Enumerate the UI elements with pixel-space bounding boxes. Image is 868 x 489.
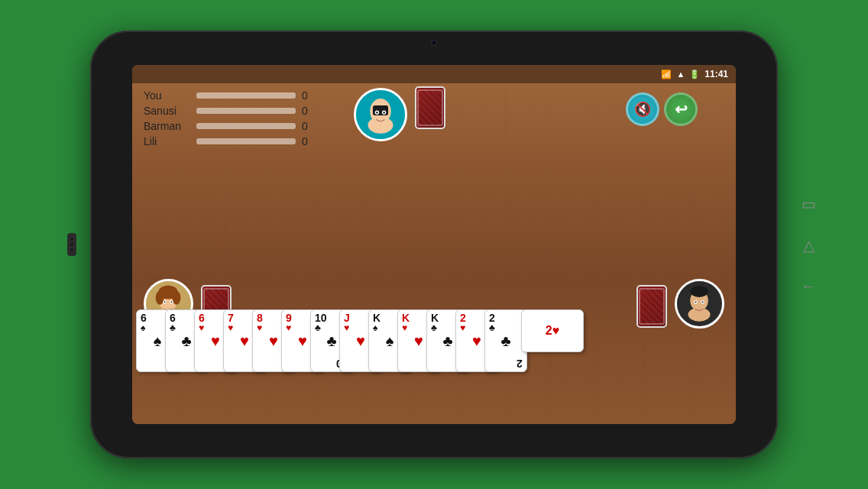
signal-icon: ▲ bbox=[676, 70, 685, 79]
status-bar: 📶 ▲ 🔋 11:41 bbox=[132, 65, 736, 83]
home-icon[interactable]: △ bbox=[803, 236, 815, 254]
score-row-sanusi: Sanusi 0 bbox=[144, 105, 308, 117]
player-name-barman: Barman bbox=[144, 120, 193, 132]
score-row-barman: Barman 0 bbox=[144, 120, 308, 132]
score-row-lili: Lili 0 bbox=[144, 135, 308, 147]
game-screen: 📶 ▲ 🔋 11:41 You 0 Sanusi 0 Barman 0 bbox=[132, 65, 736, 424]
svg-point-2 bbox=[368, 117, 394, 134]
svg-point-24 bbox=[695, 301, 696, 303]
recent-apps-icon[interactable]: ▭ bbox=[802, 195, 816, 213]
back-icon[interactable]: ← bbox=[801, 277, 816, 295]
card-top-center bbox=[415, 86, 445, 129]
undo-icon: ↩ bbox=[675, 100, 688, 118]
camera bbox=[431, 40, 437, 46]
score-bar-barman bbox=[196, 123, 296, 129]
score-bar-sanusi bbox=[196, 108, 296, 114]
svg-point-16 bbox=[164, 301, 165, 303]
nav-icons: ▭ △ ← bbox=[801, 195, 816, 295]
score-val-lili: 0 bbox=[302, 135, 308, 147]
svg-point-12 bbox=[156, 291, 164, 305]
score-val-you: 0 bbox=[302, 89, 308, 102]
undo-button[interactable]: ↩ bbox=[664, 92, 698, 126]
wifi-icon: 📶 bbox=[661, 70, 672, 79]
svg-point-21 bbox=[690, 286, 708, 297]
svg-rect-3 bbox=[373, 105, 388, 115]
score-bar-you bbox=[196, 92, 296, 99]
score-val-sanusi: 0 bbox=[302, 105, 308, 117]
score-row-you: You 0 bbox=[144, 89, 308, 102]
score-val-barman: 0 bbox=[302, 120, 308, 132]
score-panel: You 0 Sanusi 0 Barman 0 Lili 0 bbox=[144, 89, 308, 151]
svg-point-13 bbox=[172, 291, 180, 305]
speaker bbox=[67, 233, 76, 256]
svg-point-7 bbox=[383, 112, 385, 114]
hand-card-13[interactable]: 2♥ bbox=[521, 309, 584, 352]
phone-shell: 📶 ▲ 🔋 11:41 You 0 Sanusi 0 Barman 0 bbox=[90, 31, 778, 458]
battery-icon: 🔋 bbox=[689, 70, 700, 79]
svg-point-6 bbox=[376, 112, 378, 114]
status-time: 11:41 bbox=[704, 69, 728, 79]
svg-point-17 bbox=[170, 301, 172, 303]
svg-point-25 bbox=[701, 301, 703, 303]
hand-area: 6♠♠66♣♣66♥♥67♥♥78♥♥89♥♥910♣♣10J♥♥JK♠♠KK♥… bbox=[132, 306, 736, 424]
player-name-sanusi: Sanusi bbox=[144, 105, 193, 117]
mute-icon: 🔇 bbox=[634, 101, 651, 118]
mute-button[interactable]: 🔇 bbox=[626, 92, 659, 126]
player-name-lili: Lili bbox=[144, 135, 193, 147]
avatar-top-player bbox=[354, 88, 407, 141]
score-bar-lili bbox=[196, 138, 296, 144]
player-name-you: You bbox=[144, 89, 193, 102]
